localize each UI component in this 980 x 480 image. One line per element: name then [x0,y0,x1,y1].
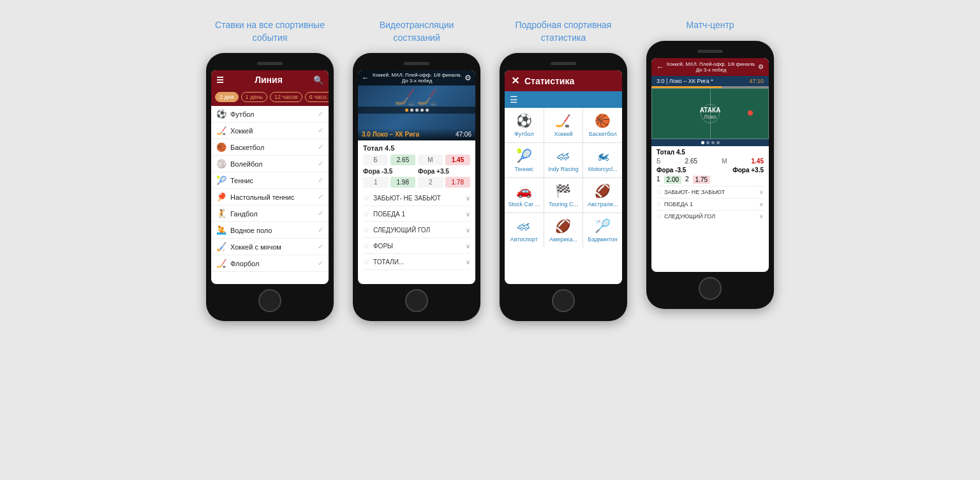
phone1-filters: 2 дня 1 день 12 часов 6 часо... [211,89,329,106]
search-icon[interactable]: 🔍 [313,75,323,85]
fora-minus-cells: 1 1.98 [363,177,415,188]
check-icon: ✓ [318,259,323,267]
sport-label: Indy Racing [548,166,579,172]
sport-label: Motorcycl... [588,166,618,172]
menu-item[interactable]: ☆ СЛЕДУЮЩИЙ ГОЛ ∨ [657,210,764,222]
menu-item[interactable]: ☆ТОТАЛИ... ∨ [363,254,470,270]
bet-m-value[interactable]: 1.45 [445,154,470,165]
sport-item-touring[interactable]: 🏁 Touring C... [544,178,583,213]
menu-item[interactable]: ☆ЗАБЬЮТ- НЕ ЗАБЬЮТ ∨ [363,190,470,206]
list-item[interactable]: 🏓Настольный теннис ✓ [211,189,329,206]
sport-item-hockey[interactable]: 🏒 Хоккей [544,108,583,142]
filter-6h[interactable]: 6 часо... [305,92,329,102]
dot [701,141,704,144]
fora-minus-val[interactable]: 2.00 [664,176,681,184]
sport-item-football[interactable]: ⚽ Футбол [505,108,544,142]
menu-label: ТОТАЛИ... [373,259,404,266]
fora-plus-num: 2 [418,177,443,188]
sport-item-basketball[interactable]: 🏀 Баскетбол [583,108,622,142]
check-icon: ✓ [318,160,323,168]
dots-row [358,107,475,114]
hamburger-icon[interactable]: ☰ [216,75,224,85]
menu-item[interactable]: ☆ ПОБЕДА 1 ∨ [657,198,764,210]
sport-label: Гандбол [230,210,258,218]
sport-item-autosport[interactable]: 🏎 Автоспорт [505,213,544,248]
badminton-icon: 🏸 [595,218,611,234]
filter-2days[interactable]: 2 дня [215,92,239,102]
menu-label: ПОБЕДА 1 [373,211,405,218]
tennis-icon: 🎾 [216,176,226,185]
dot [405,109,408,112]
phone1-home-button[interactable] [258,289,281,312]
phone1-sports-list: ⚽Футбол ✓ 🏒Хоккей ✓ 🏀Баскетбол ✓ 🏐Волейб… [211,106,329,272]
star-icon: ☆ [363,241,370,250]
list-item[interactable]: ⚽Футбол ✓ [211,106,329,123]
sport-item-tennis[interactable]: 🎾 Теннис [505,143,544,177]
settings-icon[interactable]: ⚙ [464,73,471,82]
fora-plus-val[interactable]: 1.78 [445,177,471,188]
sport-item-indyracing[interactable]: 🏎 Indy Racing [544,143,583,177]
menu-item[interactable]: ☆ ЗАБЬЮТ- НЕ ЗАБЬЮТ ∨ [657,186,764,198]
list-item[interactable]: 🏒Флорбол ✓ [211,255,329,272]
list-item[interactable]: 🏀Баскетбол ✓ [211,139,329,156]
fora-plus-val[interactable]: 1.75 [693,176,710,184]
phone1-header: ☰ Линия 🔍 [211,70,329,89]
waterpolo-icon: 🤽 [216,225,226,235]
list-item[interactable]: 🤽Водное поло ✓ [211,222,329,239]
sport-label: Америка... [549,236,577,243]
menu-item[interactable]: ☆ФОРЫ ∨ [363,238,470,254]
dot [415,109,419,112]
sport-item-badminton[interactable]: 🏸 Бадминтон [583,213,622,248]
time-text: 47:10 [749,78,764,84]
touring-icon: 🏁 [555,183,571,199]
star-icon: ☆ [363,209,370,218]
tennis-icon: 🎾 [516,148,532,163]
menu-item[interactable]: ☆ПОБЕДА 1 ∨ [363,206,470,222]
list-item[interactable]: 🏑Хоккей с мячом ✓ [211,239,329,255]
menu-item[interactable]: ☆СЛЕДУЮЩИЙ ГОЛ ∨ [363,222,470,238]
bet-m-label: М [722,158,727,165]
settings-icon[interactable]: ⚙ [758,63,764,70]
motorcycle-icon: 🏍 [597,149,609,163]
score-text: 3:0 | Локо – ХК Рига * [657,78,713,84]
phone3-home-button[interactable] [552,289,575,312]
sport-label: Хоккей [230,127,253,135]
fora-minus-label: Фора -3.5 [363,168,415,175]
bet-b-val[interactable]: 2.65 [685,158,697,165]
chevron-icon: ∨ [466,243,470,250]
fora-minus-val[interactable]: 1.98 [390,177,416,188]
bet-m-val[interactable]: 1.45 [752,158,764,165]
phone2-home-button[interactable] [405,289,428,312]
list-item[interactable]: 🏐Волейбол ✓ [211,156,329,172]
sport-label: Автоспорт [510,236,538,243]
sport-item-motorcycle[interactable]: 🏍 Motorcycl... [583,143,622,177]
list-item[interactable]: 🏒Хоккей ✓ [211,123,329,139]
caption-3: Подробная спортивная статистика [506,19,621,44]
total-bet-row: Б 2.65 М 1.45 [363,154,470,165]
hamburger-icon[interactable]: ☰ [510,94,518,105]
phone3-header: ✕ Статистика [505,70,622,91]
phone4-home-button[interactable] [699,277,722,300]
back-icon[interactable]: ← [657,63,664,71]
filter-1day[interactable]: 1 день [241,92,267,102]
filter-12h[interactable]: 12 часов [270,92,302,102]
close-icon[interactable]: ✕ [511,75,519,87]
bet-b-value[interactable]: 2.65 [390,154,415,165]
floorball-icon: 🏒 [216,259,226,268]
sport-item-stockcar[interactable]: 🚗 Stock Car ... [505,178,544,213]
phone2-screen: ← Хоккей. МХЛ. Плей-офф. 1/8 финала. До … [358,70,475,284]
list-item[interactable]: 🎾Теннис ✓ [211,172,329,189]
sport-item-american[interactable]: 🏈 Америка... [544,213,583,248]
fora-plus-group: Фора +3.5 2 1.78 [418,168,470,188]
list-item[interactable]: 🤾Гандбол ✓ [211,206,329,222]
sport-item-aussie[interactable]: 🏈 Австрали... [583,178,622,213]
phone4-speaker [697,50,723,53]
attack-dot [748,110,753,116]
caption-2: Видеотрансляции состязаний [359,19,474,44]
volleyball-icon: 🏐 [216,159,226,169]
total-label: Тотал 4.5 [657,149,764,156]
back-icon[interactable]: ← [362,73,369,82]
match-title: Хоккей. МХЛ. Плей-офф. 1/8 финала. До 3-… [664,61,758,73]
fora-minus-group: Фора -3.5 1 1.98 [363,168,415,188]
star-icon: ☆ [363,193,370,202]
